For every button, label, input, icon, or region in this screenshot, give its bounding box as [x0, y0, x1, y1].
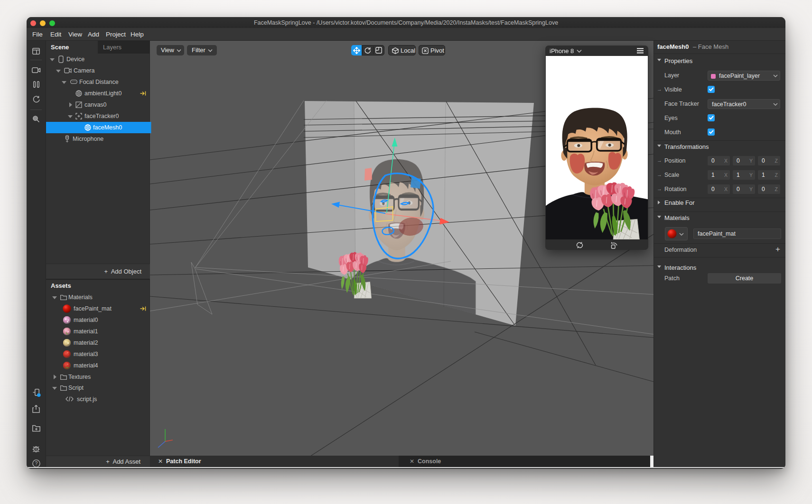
svg-text:?: ? — [35, 460, 38, 466]
